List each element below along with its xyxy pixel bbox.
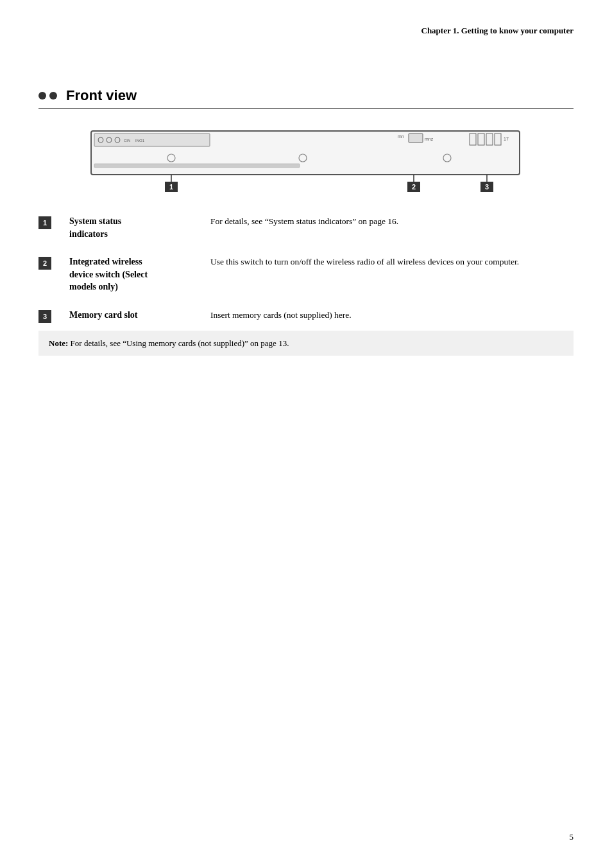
item-desc-1: For details, see “System status indicato… [210, 215, 574, 228]
svg-text:CIN: CIN [124, 139, 130, 143]
svg-text:1: 1 [169, 183, 173, 191]
svg-rect-14 [470, 134, 476, 145]
item-number-3: 3 [38, 310, 51, 323]
page-number: 5 [570, 832, 574, 842]
svg-text:mn: mn [398, 134, 404, 139]
section-title: Front view [66, 87, 137, 104]
note-text: For details, see “Using memory cards (no… [71, 338, 289, 348]
item-row-2: 2 Integrated wirelessdevice switch (Sele… [38, 248, 574, 301]
item-title-2: Integrated wirelessdevice switch (Select… [69, 256, 198, 293]
svg-rect-15 [478, 134, 484, 145]
item-row-1: 1 System statusindicators For details, s… [38, 207, 574, 248]
chapter-header: Chapter 1. Getting to know your computer [421, 26, 574, 35]
item-title-3: Memory card slot [69, 309, 198, 322]
item-number-2: 2 [38, 257, 51, 270]
section-dots-icon [38, 92, 57, 100]
item-desc-2: Use this switch to turn on/off the wirel… [210, 256, 574, 268]
svg-text:INO1: INO1 [135, 139, 145, 143]
svg-text:2: 2 [412, 183, 416, 191]
item-number-1: 1 [38, 216, 51, 229]
note-label: Note: [49, 338, 68, 348]
svg-text:3: 3 [485, 183, 489, 191]
item-desc-3: Insert memory cards (not supplied) here. [210, 309, 574, 322]
laptop-svg: CIN INO1 mn mnz 17 [88, 128, 524, 192]
laptop-diagram: CIN INO1 mn mnz 17 [38, 128, 574, 195]
note-box: Note: For details, see “Using memory car… [38, 331, 574, 356]
item-title-1: System statusindicators [69, 215, 198, 240]
svg-rect-7 [94, 164, 300, 168]
svg-rect-12 [409, 134, 423, 143]
item-row-3: 3 Memory card slot Insert memory cards (… [38, 301, 574, 331]
svg-text:17: 17 [504, 137, 509, 141]
svg-rect-16 [486, 134, 493, 145]
items-list: 1 System statusindicators For details, s… [38, 207, 574, 356]
section-header: Front view [38, 87, 574, 108]
svg-text:mnz: mnz [425, 137, 434, 141]
svg-rect-17 [495, 134, 501, 145]
